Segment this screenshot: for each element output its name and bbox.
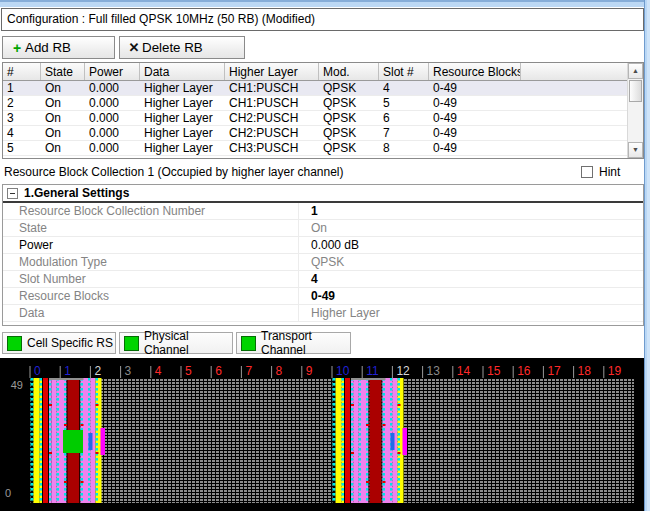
table-cell: 3 [3,111,41,125]
marker-blue [89,433,93,450]
column-header-resource-blocks[interactable]: Resource Blocks [429,63,521,80]
table-cell: QPSK [319,141,379,155]
scroll-down-icon[interactable]: ▼ [628,142,643,158]
table-row[interactable]: 3On0.000Higher LayerCH2:PUSCHQPSK60-49 [3,111,643,126]
window-right-border [644,0,650,511]
slot-label: 10 [336,364,350,378]
property-label: Data [3,305,299,321]
table-cell: On [41,111,85,125]
table-cell: On [41,126,85,140]
table-scrollbar[interactable]: ▲ ▼ [627,63,643,158]
property-label: Power [3,237,299,253]
table-cell: 4 [3,126,41,140]
table-cell: On [41,81,85,95]
column-header-filler [521,63,643,80]
hint-checkbox[interactable] [581,166,593,178]
table-cell: QPSK [319,126,379,140]
property-row[interactable]: StateOn [3,220,643,237]
property-value[interactable]: 4 [299,271,643,287]
property-row[interactable]: DataHigher Layer [3,305,643,322]
table-cell: On [41,96,85,110]
table-cell: CH2:PUSCH [225,126,319,140]
property-label: State [3,220,299,236]
table-cell: Higher Layer [140,81,225,95]
resource-block-table: #StatePowerDataHigher LayerMod.Slot #Res… [2,62,644,159]
property-value[interactable]: 1 [299,203,643,219]
legend-label: Cell Specific RS [27,336,113,350]
table-cell: QPSK [319,96,379,110]
slot-label: 7 [245,364,252,378]
column-header-power[interactable]: Power [85,63,140,80]
table-cell: QPSK [319,81,379,95]
legend-button-transport-channel[interactable]: Transport Channel [236,332,351,354]
table-cell: 8 [379,141,429,155]
collapse-icon[interactable] [7,188,18,199]
table-cell: On [41,141,85,155]
property-row[interactable]: Slot Number4 [3,271,643,288]
property-row[interactable]: Resource Blocks0-49 [3,288,643,305]
table-cell: 0.000 [85,141,140,155]
table-cell: 0-49 [429,96,521,110]
table-cell: CH2:PUSCH [225,111,319,125]
slot-label: 8 [276,364,283,378]
add-rb-button[interactable]: + Add RB [2,36,115,59]
property-label: Resource Block Collection Number [3,203,299,219]
resource-grid-plot: 012345678910111213141516171819490 [0,358,644,511]
property-value[interactable]: Higher Layer [299,305,643,321]
delete-rb-button[interactable]: ✕ Delete RB [119,36,245,59]
table-header-row: #StatePowerDataHigher LayerMod.Slot #Res… [3,63,643,81]
table-cell: Higher Layer [140,111,225,125]
legend-button-cell-specific-rs[interactable]: Cell Specific RS [2,332,116,354]
legend-color-swatch [241,336,256,351]
legend-label: Physical Channel [144,329,232,357]
table-cell: 5 [379,96,429,110]
table-row[interactable]: 2On0.000Higher LayerCH1:PUSCHQPSK50-49 [3,96,643,111]
table-cell: 2 [3,96,41,110]
marker-blue [391,433,395,450]
table-cell: 5 [3,141,41,155]
slot-label: 15 [487,364,501,378]
delete-rb-label: Delete RB [142,40,203,55]
occupied-band-slot-0[interactable] [31,378,106,503]
scrollbar-thumb[interactable] [629,80,642,102]
table-row[interactable]: 4On0.000Higher LayerCH2:PUSCHQPSK70-49 [3,126,643,141]
unoccupied-mesh [30,378,634,503]
marker-magenta [101,428,106,455]
table-cell: 0.000 [85,81,140,95]
plus-icon: + [9,41,25,55]
table-row[interactable]: 1On0.000Higher LayerCH1:PUSCHQPSK40-49 [3,81,643,96]
table-cell: 0-49 [429,81,521,95]
column-header-slot-[interactable]: Slot # [379,63,429,80]
table-cell: 4 [379,81,429,95]
hint-label: Hint [599,165,620,179]
scrollbar-track[interactable] [628,103,643,142]
property-row[interactable]: Modulation TypeQPSK [3,254,643,271]
property-row[interactable]: Power0.000 dB [3,237,643,254]
column-header--[interactable]: # [3,63,41,80]
table-row[interactable]: 5On0.000Higher LayerCH3:PUSCHQPSK80-49 [3,141,643,156]
column-header-data[interactable]: Data [140,63,225,80]
y-axis-top-label: 49 [11,379,23,391]
property-value[interactable]: QPSK [299,254,643,270]
table-cell: 0-49 [429,111,521,125]
slot-label: 4 [155,364,162,378]
slot-label: 6 [215,364,222,378]
legend-color-swatch [7,336,22,351]
column-header-higher-layer[interactable]: Higher Layer [225,63,319,80]
scroll-up-icon[interactable]: ▲ [628,63,643,79]
property-row[interactable]: Resource Block Collection Number1 [3,203,643,220]
occupied-band-slot-10[interactable] [333,378,408,503]
table-cell: Higher Layer [140,141,225,155]
slot-label: 13 [427,364,441,378]
delete-x-icon: ✕ [126,41,142,55]
legend-button-physical-channel[interactable]: Physical Channel [119,332,233,354]
general-settings-header[interactable]: 1.General Settings [3,185,643,203]
property-value[interactable]: 0-49 [299,288,643,304]
property-value[interactable]: On [299,220,643,236]
column-header-mod-[interactable]: Mod. [319,63,379,80]
table-cell: CH3:PUSCH [225,141,319,155]
table-cell: 1 [3,81,41,95]
property-value[interactable]: 0.000 dB [299,237,643,253]
column-header-state[interactable]: State [41,63,85,80]
window-top-border [0,0,650,7]
